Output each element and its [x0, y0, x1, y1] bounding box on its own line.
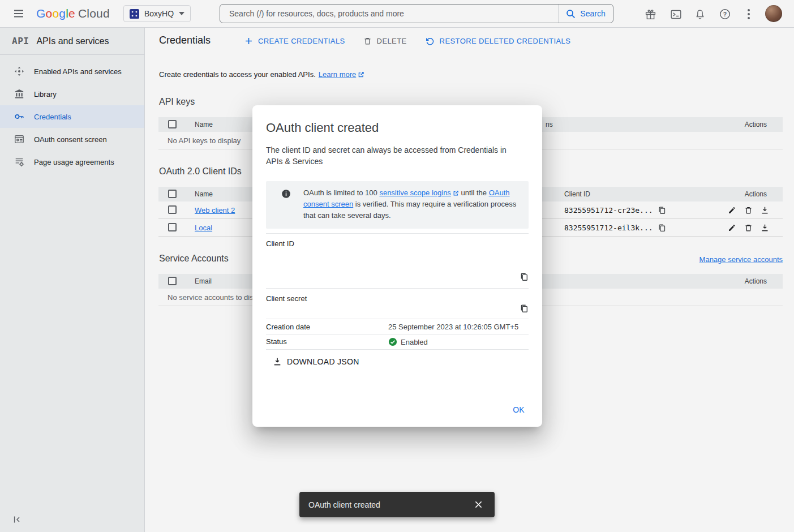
- client-id-value-redacted: [388, 239, 529, 281]
- oauth-client-link[interactable]: Local: [195, 224, 212, 232]
- google-cloud-logo: Google Cloud: [36, 0, 110, 27]
- top-app-bar: Google Cloud BoxyHQ Search: [0, 0, 794, 28]
- select-all-checkbox[interactable]: [168, 190, 177, 198]
- search-input[interactable]: [220, 5, 558, 23]
- download-icon[interactable]: [760, 223, 769, 232]
- help-icon[interactable]: ?: [718, 7, 732, 22]
- row-checkbox[interactable]: [168, 205, 177, 214]
- delete-icon: [363, 37, 372, 45]
- status-value: Enabled: [388, 337, 529, 346]
- status-row: Status Enabled: [266, 334, 529, 350]
- client-secret-label: Client secret: [266, 294, 388, 313]
- sidebar-item-label: OAuth consent screen: [34, 135, 107, 144]
- oauth-client-link[interactable]: Web client 2: [195, 206, 235, 214]
- project-selector[interactable]: BoxyHQ: [123, 5, 191, 22]
- oauth-clients-heading: OAuth 2.0 Client IDs: [159, 166, 242, 177]
- search-icon: [566, 9, 576, 19]
- ok-button[interactable]: OK: [509, 403, 528, 417]
- sensitive-scope-logins-link[interactable]: sensitive scope logins: [379, 187, 458, 199]
- client-id-value: 83255951712-eil3k...: [564, 224, 653, 232]
- api-logo: API: [12, 36, 29, 46]
- intro-text: Create credentials to access your enable…: [159, 70, 364, 79]
- sidebar-item-label: Library: [34, 90, 57, 98]
- avatar[interactable]: [765, 5, 782, 22]
- restore-icon: [425, 36, 435, 46]
- info-text: OAuth is limited to 100 sensitive scope …: [303, 187, 523, 221]
- page-title: Credentials: [159, 35, 211, 46]
- cloud-logo-text: Cloud: [78, 7, 110, 20]
- column-header-actions: Actions: [745, 117, 767, 132]
- external-link-icon: [358, 71, 364, 78]
- copy-icon[interactable]: [658, 224, 666, 232]
- more-vert-icon[interactable]: [743, 7, 754, 22]
- toast-message: OAuth client created: [308, 500, 473, 509]
- search-button[interactable]: Search: [558, 5, 613, 23]
- copy-icon[interactable]: [658, 206, 666, 214]
- sidebar-item-page-usage[interactable]: Page usage agreements: [0, 151, 144, 173]
- sidebar-item-enabled-apis[interactable]: Enabled APIs and services: [0, 60, 144, 83]
- close-icon[interactable]: [473, 499, 484, 510]
- select-all-checkbox[interactable]: [168, 277, 177, 285]
- notifications-icon[interactable]: [693, 7, 707, 22]
- copy-icon[interactable]: [520, 272, 529, 281]
- sidebar-item-label: Enabled APIs and services: [34, 67, 122, 76]
- sidebar-item-credentials[interactable]: Credentials: [0, 105, 144, 128]
- key-icon: [14, 111, 24, 122]
- hamburger-menu-icon[interactable]: [10, 5, 27, 22]
- credentials-toolbar: CREATE CREDENTIALS DELETE RESTORE DELETE…: [244, 28, 570, 54]
- search-button-label: Search: [580, 9, 605, 18]
- plus-icon: [244, 37, 253, 45]
- project-name: BoxyHQ: [144, 9, 174, 18]
- external-link-icon: [453, 190, 459, 196]
- column-header-partial: ns: [546, 117, 553, 132]
- sidebar-item-oauth-consent[interactable]: OAuth consent screen: [0, 128, 144, 151]
- enabled-apis-icon: [14, 66, 24, 76]
- delete-button[interactable]: DELETE: [363, 37, 407, 45]
- edit-icon[interactable]: [727, 205, 736, 214]
- column-header-name: Name: [195, 117, 213, 132]
- sidebar-nav: Enabled APIs and services Library Creden…: [0, 55, 144, 173]
- delete-icon[interactable]: [744, 205, 753, 214]
- restore-deleted-credentials-button[interactable]: RESTORE DELETED CREDENTIALS: [425, 36, 571, 46]
- google-logo-text: Google: [36, 7, 75, 20]
- sidebar-item-label: Credentials: [34, 113, 71, 121]
- service-accounts-heading: Service Accounts: [159, 254, 229, 264]
- column-header-name: Name: [195, 187, 213, 201]
- create-credentials-button[interactable]: CREATE CREDENTIALS: [244, 37, 345, 45]
- info-banner: OAuth is limited to 100 sensitive scope …: [266, 181, 529, 229]
- client-secret-value-redacted: [388, 294, 529, 313]
- google-cloud-console: Google Cloud BoxyHQ Search: [0, 0, 794, 532]
- consent-screen-icon: [14, 134, 24, 144]
- search-bar: Search: [220, 4, 613, 23]
- row-checkbox[interactable]: [168, 223, 177, 231]
- creation-date-row: Creation date 25 September 2023 at 10:26…: [266, 319, 529, 334]
- chevron-down-icon: [179, 12, 184, 15]
- download-json-button[interactable]: DOWNLOAD JSON: [273, 355, 363, 368]
- sidebar-title: APIs and services: [36, 36, 109, 46]
- column-header-actions: Actions: [745, 274, 767, 289]
- project-icon: [130, 9, 139, 19]
- download-icon: [273, 357, 282, 366]
- learn-more-link[interactable]: Learn more: [319, 70, 364, 79]
- gift-icon[interactable]: [643, 7, 658, 22]
- check-circle-icon: [388, 337, 397, 346]
- select-all-checkbox[interactable]: [168, 120, 177, 128]
- sidebar-header: API APIs and services: [0, 28, 144, 55]
- copy-icon[interactable]: [520, 304, 529, 313]
- edit-icon[interactable]: [727, 223, 736, 232]
- library-icon: [14, 89, 24, 99]
- client-secret-row: Client secret: [266, 288, 529, 319]
- sidebar-item-library[interactable]: Library: [0, 83, 144, 105]
- cloud-shell-icon[interactable]: [668, 7, 683, 22]
- api-keys-heading: API keys: [159, 97, 195, 107]
- download-icon[interactable]: [760, 205, 769, 214]
- dialog-description: The client ID and secret can always be a…: [266, 144, 521, 167]
- status-label: Status: [266, 337, 388, 346]
- dialog-fields: Client ID Client secret: [266, 233, 529, 350]
- collapse-sidebar-icon[interactable]: [12, 515, 22, 524]
- agreements-icon: [14, 157, 24, 167]
- delete-icon[interactable]: [744, 223, 753, 232]
- creation-date-label: Creation date: [266, 323, 388, 331]
- sidebar-item-label: Page usage agreements: [34, 158, 114, 166]
- manage-service-accounts-link[interactable]: Manage service accounts: [699, 255, 783, 264]
